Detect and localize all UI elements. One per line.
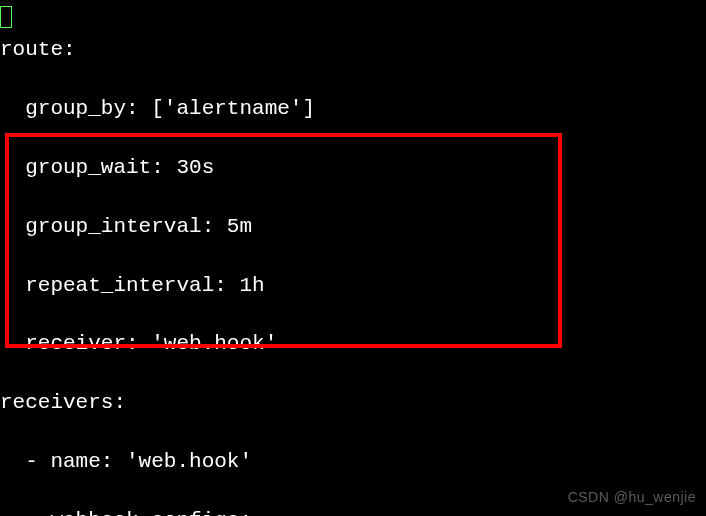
- yaml-line: receivers:: [0, 388, 706, 417]
- yaml-line: repeat_interval: 1h: [0, 271, 706, 300]
- yaml-line: - name: 'web.hook': [0, 447, 706, 476]
- yaml-line: group_wait: 30s: [0, 153, 706, 182]
- watermark: CSDN @hu_wenjie: [568, 488, 696, 508]
- yaml-line: route:: [0, 35, 706, 64]
- yaml-line: group_by: ['alertname']: [0, 94, 706, 123]
- terminal-content: route: group_by: ['alertname'] group_wai…: [0, 6, 706, 516]
- yaml-line: group_interval: 5m: [0, 212, 706, 241]
- yaml-line: receiver: 'web.hook': [0, 329, 706, 358]
